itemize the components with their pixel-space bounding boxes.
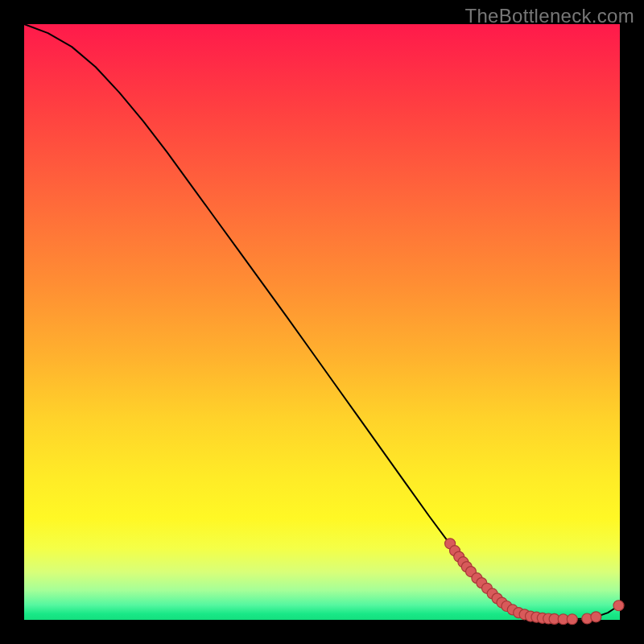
data-point	[613, 601, 624, 611]
data-point	[567, 614, 577, 625]
data-point	[591, 612, 601, 622]
chart-overlay	[24, 24, 620, 620]
bottleneck-curve	[24, 24, 620, 619]
chart-stage: TheBottleneck.com	[0, 0, 644, 644]
plot-area	[24, 24, 620, 620]
data-points	[445, 539, 624, 625]
